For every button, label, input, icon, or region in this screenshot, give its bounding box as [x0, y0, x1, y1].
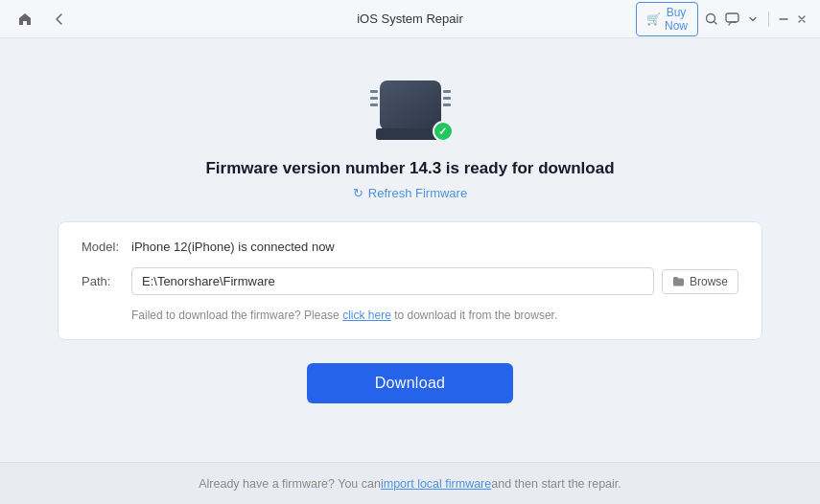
refresh-icon: ↻	[353, 186, 363, 200]
refresh-firmware-link[interactable]: ↻ Refresh Firmware	[353, 186, 467, 200]
device-icon	[367, 67, 454, 144]
title-text: iOS System Repair	[357, 11, 463, 26]
buy-now-button[interactable]: 🛒 Buy Now	[636, 2, 698, 36]
browse-button[interactable]: Browse	[662, 269, 738, 294]
chip-pins-left	[370, 90, 378, 106]
app-title: iOS System Repair	[184, 11, 636, 26]
chip-pins-right	[443, 90, 451, 106]
refresh-label: Refresh Firmware	[368, 186, 467, 200]
path-row: Path: Browse	[82, 267, 738, 295]
folder-icon	[672, 275, 685, 287]
info-card: Model: iPhone 12(iPhone) is connected no…	[58, 221, 762, 340]
search-icon[interactable]	[704, 6, 719, 33]
footer: Already have a firmware? You can import …	[0, 462, 820, 504]
error-text-after: to download it from the browser.	[391, 309, 557, 322]
chip-pin	[370, 90, 378, 93]
chip-pin	[443, 97, 451, 100]
chip-pin	[443, 103, 451, 106]
error-row: Failed to download the firmware? Please …	[82, 309, 738, 322]
chip-body	[380, 80, 441, 130]
chat-icon[interactable]	[725, 6, 740, 33]
device-area	[367, 67, 454, 144]
model-label: Model:	[82, 240, 131, 254]
download-button[interactable]: Download	[307, 363, 513, 403]
path-label: Path:	[82, 274, 131, 288]
footer-text: Already have a firmware? You can	[199, 477, 381, 491]
cart-icon: 🛒	[646, 12, 661, 26]
check-badge-icon	[433, 121, 454, 142]
separator	[768, 11, 769, 27]
footer-text-after: and then start the repair.	[491, 477, 621, 491]
back-icon[interactable]	[46, 6, 73, 33]
title-bar: iOS System Repair 🛒 Buy Now	[0, 0, 820, 38]
import-local-firmware-link[interactable]: import local firmware	[381, 477, 491, 491]
chip-pin	[370, 97, 378, 100]
minimize-button[interactable]	[777, 8, 790, 31]
path-input[interactable]	[131, 267, 654, 295]
chevron-down-icon[interactable]	[746, 6, 761, 33]
error-text: Failed to download the firmware? Please	[131, 309, 342, 322]
main-content: Firmware version number 14.3 is ready fo…	[0, 38, 820, 462]
click-here-link[interactable]: click here	[342, 309, 391, 322]
home-icon[interactable]	[12, 6, 38, 33]
ready-title: Firmware version number 14.3 is ready fo…	[205, 159, 614, 178]
model-value: iPhone 12(iPhone) is connected now	[131, 240, 335, 254]
title-bar-right: 🛒 Buy Now	[636, 2, 808, 36]
chip-pin	[370, 103, 378, 106]
title-bar-left	[12, 6, 184, 33]
browse-label: Browse	[690, 275, 728, 288]
chip-pin	[443, 90, 451, 93]
close-button[interactable]	[795, 8, 808, 31]
model-row: Model: iPhone 12(iPhone) is connected no…	[82, 240, 738, 254]
svg-rect-1	[726, 13, 738, 22]
